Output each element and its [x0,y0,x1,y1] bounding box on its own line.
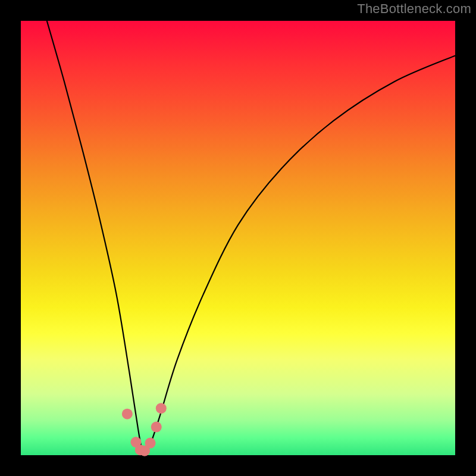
highlight-dot [156,403,167,414]
chart-svg [21,21,455,455]
primary-curve [47,21,455,453]
highlight-dot [145,438,156,449]
highlight-dot [151,422,162,433]
plot-area [21,21,455,455]
valley-cluster [122,403,167,456]
attribution-label: TheBottleneck.com [357,1,471,17]
highlight-dot [122,409,133,419]
chart-stage: TheBottleneck.com [0,0,476,476]
